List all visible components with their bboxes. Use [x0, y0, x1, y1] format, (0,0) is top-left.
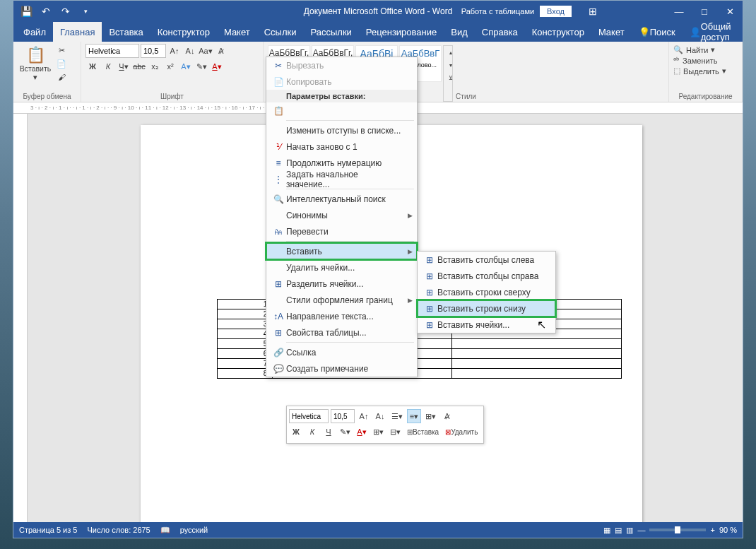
tab-file[interactable]: Файл [16, 22, 53, 42]
mini-font-combo[interactable]: Helvetica [289, 409, 329, 423]
paste-option-1[interactable]: 📋 [266, 102, 417, 119]
mini-numbering-icon[interactable]: ≡▾ [407, 409, 421, 423]
zoom-level[interactable]: 90 % [719, 526, 737, 534]
zoom-slider[interactable] [649, 529, 706, 531]
menu-set-value[interactable]: ⋮Задать начальное значение... [266, 171, 417, 187]
tab-table-design[interactable]: Конструктор [525, 22, 591, 42]
text-effects-icon[interactable]: A▾ [179, 60, 193, 73]
tab-mailings[interactable]: Рассылки [303, 22, 358, 42]
submenu-cols-left[interactable]: ⊞Вставить столбцы слева [418, 252, 555, 268]
menu-synonyms[interactable]: Синонимы▶ [266, 207, 417, 223]
gallery-up-icon[interactable]: ▴ [444, 46, 458, 59]
find-button[interactable]: 🔍Найти ▾ [673, 45, 738, 55]
print-layout-icon[interactable]: ▤ [615, 526, 622, 535]
zoom-in-button[interactable]: + [710, 526, 714, 534]
mini-underline-icon[interactable]: Ч [321, 425, 336, 439]
mini-clear-icon[interactable]: A̷ [440, 409, 454, 423]
italic-button[interactable]: К [101, 60, 115, 73]
proofing-icon[interactable]: 📖 [160, 526, 170, 535]
submenu-rows-below[interactable]: ⊞Вставить строки снизу [418, 300, 555, 317]
tab-design[interactable]: Конструктор [150, 22, 217, 42]
highlight-icon[interactable]: ✎▾ [194, 60, 208, 73]
underline-button[interactable]: Ч▾ [117, 60, 131, 73]
menu-copy[interactable]: 📄Копировать [266, 73, 417, 90]
save-icon[interactable]: 💾 [18, 3, 35, 20]
mini-align-icon[interactable]: ⊟▾ [388, 425, 403, 439]
tab-references[interactable]: Ссылки [257, 22, 304, 42]
redo-icon[interactable]: ↷ [57, 3, 74, 20]
grow-font-icon[interactable]: A↑ [167, 45, 182, 57]
font-color-icon[interactable]: A▾ [210, 60, 224, 73]
change-case-icon[interactable]: Aa▾ [199, 45, 213, 57]
subscript-button[interactable]: x₂ [148, 60, 162, 73]
mini-bullets-icon[interactable]: ☰▾ [389, 409, 405, 423]
mini-table-icon[interactable]: ⊞▾ [423, 409, 438, 423]
menu-translate[interactable]: 🗛Перевести [266, 223, 417, 240]
web-layout-icon[interactable]: ▥ [626, 526, 633, 535]
share-button[interactable]: 👤 Общий доступ [683, 22, 740, 42]
status-page[interactable]: Страница 5 из 5 [19, 526, 77, 534]
menu-adjust-list[interactable]: Изменить отступы в списке... [266, 122, 417, 138]
submenu-cols-right[interactable]: ⊞Вставить столбцы справа [418, 268, 555, 284]
tab-review[interactable]: Рецензирование [359, 22, 444, 42]
menu-cut[interactable]: ✂Вырезать [266, 57, 417, 73]
paste-button[interactable]: 📋 Вставить▾ [18, 46, 53, 81]
mini-size-combo[interactable]: 10,5 [331, 409, 355, 423]
qat-dropdown-icon[interactable]: ▾ [77, 3, 94, 20]
read-mode-icon[interactable]: ▦ [603, 526, 610, 535]
mini-highlight-icon[interactable]: ✎▾ [338, 425, 353, 439]
mini-shrink-font-icon[interactable]: A↓ [373, 409, 387, 423]
tab-layout[interactable]: Макет [217, 22, 257, 42]
zoom-out-button[interactable]: — [637, 526, 645, 534]
menu-table-properties[interactable]: ⊞Свойства таблицы... [266, 324, 417, 341]
tab-view[interactable]: Вид [444, 22, 475, 42]
clear-format-icon[interactable]: A̷ [214, 45, 228, 57]
copy-icon[interactable]: 📄 [54, 57, 69, 70]
cells-icon: ⊞ [422, 317, 437, 333]
font-name-combo[interactable]: Helvetica [85, 44, 139, 58]
cut-icon[interactable]: ✂ [54, 44, 69, 57]
tab-search[interactable]: 💡 Поиск [632, 22, 683, 42]
mini-delete-button[interactable]: ⊠ Удалить [443, 425, 480, 439]
tab-insert[interactable]: Вставка [102, 22, 150, 42]
superscript-button[interactable]: x² [163, 60, 177, 73]
menu-new-comment[interactable]: 💬Создать примечание [266, 360, 417, 377]
submenu-cells[interactable]: ⊞Вставить ячейки... [418, 317, 555, 333]
shrink-font-icon[interactable]: A↓ [183, 45, 197, 57]
mini-insert-button[interactable]: ⊞ Вставка [405, 425, 441, 439]
menu-text-direction[interactable]: ↕AНаправление текста... [266, 308, 417, 324]
mini-grow-font-icon[interactable]: A↑ [357, 409, 371, 423]
tab-help[interactable]: Справка [475, 22, 525, 42]
close-button[interactable]: ✕ [717, 1, 743, 22]
minimize-button[interactable]: — [666, 1, 692, 22]
status-language[interactable]: русский [180, 526, 208, 534]
gallery-more-icon[interactable]: ⊻ [444, 71, 458, 84]
tab-home[interactable]: Главная [53, 22, 102, 42]
menu-border-styles[interactable]: Стили оформления границ▶ [266, 292, 417, 308]
replace-button[interactable]: ᵃᵇЗаменить [673, 55, 738, 66]
menu-insert[interactable]: Вставить▶ [266, 243, 417, 259]
ribbon-display-icon[interactable]: ⊞ [584, 3, 601, 20]
format-painter-icon[interactable]: 🖌 [54, 71, 69, 83]
login-button[interactable]: Вход [540, 6, 572, 17]
maximize-button[interactable]: □ [692, 1, 717, 22]
mini-bold-button[interactable]: Ж [289, 425, 303, 439]
menu-split-cells[interactable]: ⊞Разделить ячейки... [266, 276, 417, 292]
menu-smart-lookup[interactable]: 🔍Интеллектуальный поиск [266, 191, 417, 207]
menu-restart-numbering[interactable]: ⅟Начать заново с 1 [266, 138, 417, 155]
status-words[interactable]: Число слов: 2675 [87, 526, 150, 534]
strike-button[interactable]: abc [132, 60, 146, 73]
font-size-combo[interactable]: 10,5 [141, 44, 166, 58]
submenu-rows-above[interactable]: ⊞Вставить строки сверху [418, 284, 555, 300]
select-button[interactable]: ⬚Выделить ▾ [673, 66, 738, 76]
mini-font-color-icon[interactable]: A▾ [355, 425, 369, 439]
bold-button[interactable]: Ж [85, 60, 100, 73]
undo-icon[interactable]: ↶ [37, 3, 54, 20]
mini-borders-icon[interactable]: ⊞▾ [371, 425, 386, 439]
menu-link[interactable]: 🔗Ссылка [266, 344, 417, 360]
vertical-ruler[interactable] [13, 114, 28, 522]
gallery-down-icon[interactable]: ▾ [444, 59, 458, 71]
tab-table-layout[interactable]: Макет [591, 22, 632, 42]
menu-delete-cells[interactable]: Удалить ячейки... [266, 259, 417, 276]
mini-italic-button[interactable]: К [305, 425, 319, 439]
